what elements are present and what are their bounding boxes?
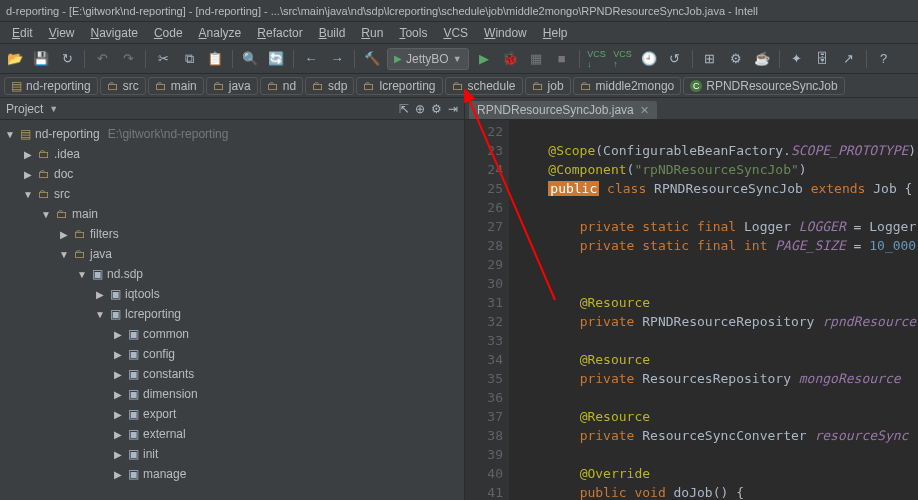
tree-node--idea[interactable]: ▶🗀.idea — [0, 144, 464, 164]
tree-node-nd-reporting[interactable]: ▼▤nd-reportingE:\gitwork\nd-reporting — [0, 124, 464, 144]
tree-node-init[interactable]: ▶▣init — [0, 444, 464, 464]
settings-icon[interactable]: ⚙ — [725, 48, 747, 70]
tree-twisty[interactable]: ▶ — [112, 429, 124, 440]
menu-navigate[interactable]: Navigate — [83, 24, 146, 42]
folder-icon: 🗀 — [38, 187, 50, 201]
menu-run[interactable]: Run — [353, 24, 391, 42]
back-icon[interactable]: ← — [300, 48, 322, 70]
vcs-update-icon[interactable]: VCS↓ — [586, 48, 608, 70]
breadcrumb-nd[interactable]: 🗀nd — [260, 77, 303, 95]
menu-vcs[interactable]: VCS — [435, 24, 476, 42]
tree-twisty[interactable]: ▶ — [94, 289, 106, 300]
tree-node-external[interactable]: ▶▣external — [0, 424, 464, 444]
copy-icon[interactable]: ⧉ — [178, 48, 200, 70]
tree-node-nd-sdp[interactable]: ▼▣nd.sdp — [0, 264, 464, 284]
tree-twisty[interactable]: ▶ — [112, 349, 124, 360]
paste-icon[interactable]: 📋 — [204, 48, 226, 70]
sync-icon[interactable]: ↻ — [56, 48, 78, 70]
breadcrumb-schedule[interactable]: 🗀schedule — [445, 77, 523, 95]
menu-build[interactable]: Build — [311, 24, 354, 42]
tree-node-export[interactable]: ▶▣export — [0, 404, 464, 424]
open-icon[interactable]: 📂 — [4, 48, 26, 70]
cut-icon[interactable]: ✂ — [152, 48, 174, 70]
tree-twisty[interactable]: ▼ — [58, 249, 70, 260]
menu-refactor[interactable]: Refactor — [249, 24, 310, 42]
run-icon[interactable]: ▶ — [473, 48, 495, 70]
structure-icon[interactable]: ⊞ — [699, 48, 721, 70]
database-icon[interactable]: 🗄 — [812, 48, 834, 70]
menu-code[interactable]: Code — [146, 24, 191, 42]
locate-icon[interactable]: ⊕ — [415, 102, 425, 116]
breadcrumb-nd-reporting[interactable]: ▤nd-reporting — [4, 77, 98, 95]
tree-twisty[interactable]: ▼ — [22, 189, 34, 200]
tree-node-doc[interactable]: ▶🗀doc — [0, 164, 464, 184]
code-content[interactable]: @Scope(ConfigurableBeanFactory.SCOPE_PRO… — [509, 120, 918, 500]
vcs-revert-icon[interactable]: ↺ — [664, 48, 686, 70]
tree-node-dimension[interactable]: ▶▣dimension — [0, 384, 464, 404]
build-icon[interactable]: 🔨 — [361, 48, 383, 70]
undo-icon[interactable]: ↶ — [91, 48, 113, 70]
breadcrumb-rpndresourcesyncjob[interactable]: CRPNDResourceSyncJob — [683, 77, 844, 95]
tree-twisty[interactable]: ▶ — [112, 449, 124, 460]
menu-tools[interactable]: Tools — [391, 24, 435, 42]
tree-twisty[interactable]: ▶ — [22, 169, 34, 180]
collapse-all-icon[interactable]: ⇱ — [399, 102, 409, 116]
find-icon[interactable]: 🔍 — [239, 48, 261, 70]
breadcrumb-main[interactable]: 🗀main — [148, 77, 204, 95]
forward-icon[interactable]: → — [326, 48, 348, 70]
sdk-icon[interactable]: ☕ — [751, 48, 773, 70]
code-editor[interactable]: 22 23 24 25 26 27 28 29 30 31 32 33 34 3… — [465, 120, 918, 500]
tree-twisty[interactable]: ▶ — [112, 369, 124, 380]
stop-icon[interactable]: ■ — [551, 48, 573, 70]
menu-analyze[interactable]: Analyze — [191, 24, 250, 42]
tree-node-lcreporting[interactable]: ▼▣lcreporting — [0, 304, 464, 324]
coverage-icon[interactable]: ▦ — [525, 48, 547, 70]
close-tab-icon[interactable]: ✕ — [640, 104, 649, 117]
help-icon[interactable]: ? — [873, 48, 895, 70]
tree-twisty[interactable]: ▶ — [112, 329, 124, 340]
tree-node-java[interactable]: ▼🗀java — [0, 244, 464, 264]
tree-node-common[interactable]: ▶▣common — [0, 324, 464, 344]
tree-twisty[interactable]: ▶ — [112, 389, 124, 400]
breadcrumb-java[interactable]: 🗀java — [206, 77, 258, 95]
menu-view[interactable]: View — [41, 24, 83, 42]
hide-icon[interactable]: ⇥ — [448, 102, 458, 116]
chevron-down-icon[interactable]: ▼ — [49, 104, 58, 114]
tree-twisty[interactable]: ▶ — [112, 409, 124, 420]
menu-edit[interactable]: Edit — [4, 24, 41, 42]
redo-icon[interactable]: ↷ — [117, 48, 139, 70]
tree-twisty[interactable]: ▶ — [58, 229, 70, 240]
breadcrumb-lcreporting[interactable]: 🗀lcreporting — [356, 77, 442, 95]
breadcrumb-src[interactable]: 🗀src — [100, 77, 146, 95]
vcs-commit-icon[interactable]: VCS↑ — [612, 48, 634, 70]
tree-node-config[interactable]: ▶▣config — [0, 344, 464, 364]
tree-node-manage[interactable]: ▶▣manage — [0, 464, 464, 484]
tree-node-iqtools[interactable]: ▶▣iqtools — [0, 284, 464, 304]
menu-help[interactable]: Help — [535, 24, 576, 42]
tree-twisty[interactable]: ▼ — [4, 129, 16, 140]
tree-twisty[interactable]: ▼ — [76, 269, 88, 280]
save-all-icon[interactable]: 💾 — [30, 48, 52, 70]
tree-node-src[interactable]: ▼🗀src — [0, 184, 464, 204]
breadcrumb-job[interactable]: 🗀job — [525, 77, 571, 95]
vcs-history-icon[interactable]: 🕘 — [638, 48, 660, 70]
run-configuration-selector[interactable]: ▶ JettyBO ▼ — [387, 48, 469, 70]
debug-icon[interactable]: 🐞 — [499, 48, 521, 70]
tree-node-constants[interactable]: ▶▣constants — [0, 364, 464, 384]
gear-icon[interactable]: ⚙ — [431, 102, 442, 116]
tree-node-main[interactable]: ▼🗀main — [0, 204, 464, 224]
tree-twisty[interactable]: ▶ — [112, 469, 124, 480]
tree-twisty[interactable]: ▼ — [40, 209, 52, 220]
tree-twisty[interactable]: ▶ — [22, 149, 34, 160]
tree-twisty[interactable]: ▼ — [94, 309, 106, 320]
editor-tab-active[interactable]: RPNDResourceSyncJob.java ✕ — [469, 101, 657, 119]
menu-window[interactable]: Window — [476, 24, 535, 42]
breadcrumb-sdp[interactable]: 🗀sdp — [305, 77, 354, 95]
project-tree[interactable]: ▼▤nd-reportingE:\gitwork\nd-reporting▶🗀.… — [0, 120, 465, 500]
project-view-selector[interactable]: Project — [6, 102, 43, 116]
breadcrumb-middle2mongo[interactable]: 🗀middle2mongo — [573, 77, 682, 95]
replace-icon[interactable]: 🔄 — [265, 48, 287, 70]
tree-node-filters[interactable]: ▶🗀filters — [0, 224, 464, 244]
export-icon[interactable]: ↗ — [838, 48, 860, 70]
generate-icon[interactable]: ✦ — [786, 48, 808, 70]
